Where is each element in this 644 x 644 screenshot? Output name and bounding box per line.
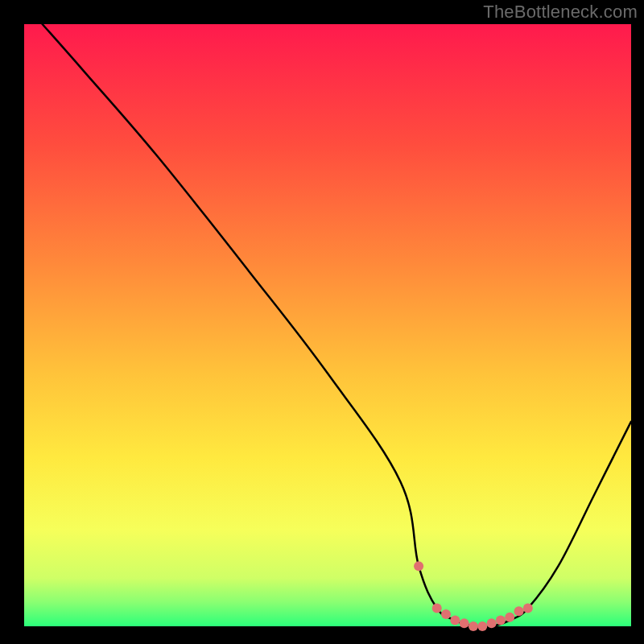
curve-marker bbox=[505, 613, 514, 622]
curve-marker bbox=[514, 606, 524, 616]
curve-marker bbox=[432, 604, 442, 613]
curve-marker bbox=[450, 616, 460, 625]
watermark-text: TheBottleneck.com bbox=[483, 2, 638, 23]
curve-marker bbox=[441, 609, 451, 619]
curve-marker bbox=[487, 618, 497, 628]
curve-marker bbox=[477, 621, 487, 631]
curve-marker bbox=[496, 616, 506, 625]
plot-area-background bbox=[24, 24, 631, 626]
curve-marker bbox=[460, 618, 469, 628]
curve-marker bbox=[414, 561, 423, 571]
curve-marker bbox=[523, 604, 533, 613]
chart-container: TheBottleneck.com bbox=[0, 0, 644, 644]
curve-marker bbox=[469, 621, 478, 631]
bottleneck-curve-chart bbox=[0, 0, 644, 644]
